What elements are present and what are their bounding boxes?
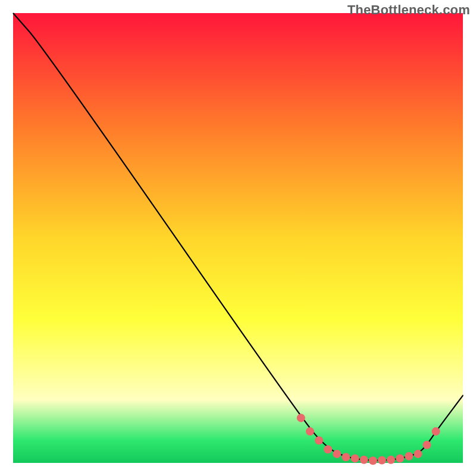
bottleneck-chart <box>0 0 476 476</box>
marker-dot <box>360 456 368 464</box>
marker-dot <box>324 445 332 453</box>
marker-dot <box>414 450 422 458</box>
marker-dot <box>306 427 314 436</box>
marker-dot <box>315 436 323 444</box>
marker-dot <box>378 456 386 465</box>
marker-dot <box>405 452 413 461</box>
marker-dot <box>423 441 431 449</box>
marker-dot <box>342 453 350 461</box>
marker-dot <box>351 454 359 462</box>
watermark-text: TheBottleneck.com <box>347 2 470 18</box>
marker-dot <box>333 450 341 458</box>
marker-dot <box>297 414 305 422</box>
marker-dot <box>432 427 440 436</box>
chart-container: TheBottleneck.com <box>0 0 476 476</box>
marker-dot <box>396 454 404 462</box>
marker-dot <box>369 456 377 465</box>
marker-dot <box>387 456 395 464</box>
plot-background <box>13 13 463 463</box>
